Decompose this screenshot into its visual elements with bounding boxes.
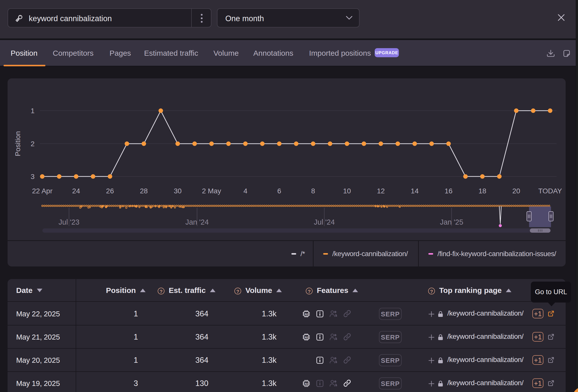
svg-text:Jan '24: Jan '24 [185,218,209,226]
svg-text:Jul '24: Jul '24 [314,218,335,226]
svg-text:12: 12 [377,187,385,195]
svg-text:24: 24 [72,187,80,195]
svg-text:Position: Position [14,131,22,156]
svg-text:10: 10 [343,187,351,195]
svg-text:18: 18 [479,187,486,195]
svg-text:20: 20 [512,187,520,195]
svg-text:4: 4 [243,187,247,195]
svg-text:TODAY: TODAY [538,187,562,195]
svg-text:22 Apr: 22 Apr [32,187,52,195]
svg-text:AI: AI [305,336,308,339]
svg-text:14: 14 [411,187,419,195]
svg-text:AI: AI [305,313,308,316]
svg-text:2 May: 2 May [202,187,221,195]
svg-text:2: 2 [31,140,35,148]
svg-text:AI: AI [305,382,308,386]
svg-text:16: 16 [445,187,452,195]
svg-text:1: 1 [31,107,35,115]
svg-text:3: 3 [31,173,35,180]
svg-text:6: 6 [277,187,281,195]
svg-text:Jan '25: Jan '25 [440,218,463,226]
svg-text:26: 26 [106,187,114,195]
svg-text:Jul '23: Jul '23 [59,218,79,226]
svg-text:28: 28 [140,187,148,195]
svg-text:8: 8 [311,187,315,195]
svg-text:30: 30 [174,187,182,195]
